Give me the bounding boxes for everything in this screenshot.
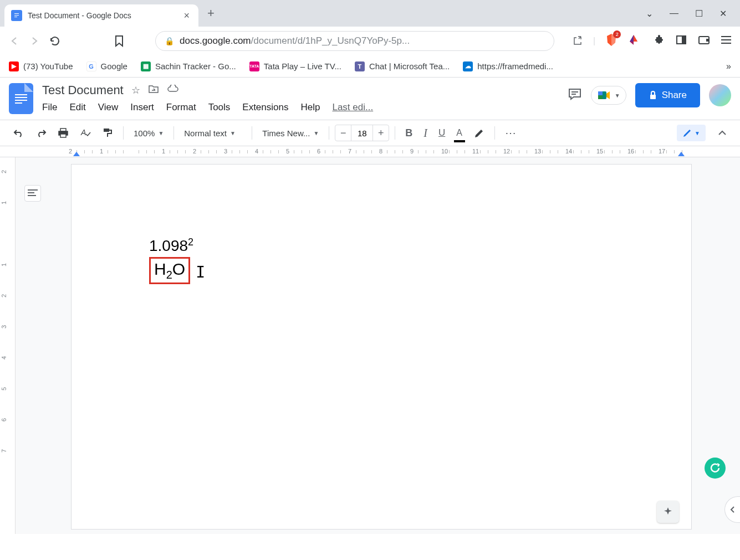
last-edit-link[interactable]: Last edi...	[332, 102, 373, 113]
svg-rect-3	[14, 17, 17, 17]
menu-help[interactable]: Help	[300, 102, 320, 113]
docs-toolbar: A 100%▼ Normal text▼ Times New...▼ − + B…	[0, 120, 740, 146]
browser-tab-bar: Test Document - Google Docs × + ⌄ — ☐ ✕	[0, 0, 740, 27]
svg-text:A: A	[80, 128, 86, 137]
cloud-status-icon[interactable]	[167, 85, 179, 96]
bookmark-icon[interactable]	[114, 35, 124, 47]
close-tab-icon[interactable]: ×	[181, 10, 192, 22]
document-canvas: 211234567 1.0982 H2O I	[0, 157, 740, 534]
comment-history-icon[interactable]	[568, 88, 582, 103]
svg-rect-14	[650, 95, 656, 99]
font-size-input[interactable]	[351, 125, 373, 141]
font-size-decrease[interactable]: −	[335, 125, 351, 141]
browser-tab[interactable]: Test Document - Google Docs ×	[4, 4, 198, 27]
tab-title: Test Document - Google Docs	[28, 11, 181, 20]
editing-mode-button[interactable]: ▼	[677, 125, 706, 141]
document-title[interactable]: Test Document	[42, 83, 124, 97]
move-folder-icon[interactable]	[148, 85, 159, 96]
text-color-button[interactable]: A	[452, 125, 467, 141]
font-size-increase[interactable]: +	[373, 125, 389, 141]
svg-rect-8	[721, 36, 731, 37]
font-family-select[interactable]: Times New...▼	[258, 126, 323, 140]
menu-icon[interactable]	[721, 35, 731, 47]
italic-button[interactable]: I	[419, 124, 432, 143]
zoom-select[interactable]: 100%▼	[129, 126, 168, 140]
font-size-control: − +	[335, 125, 389, 141]
url-text: docs.google.com/document/d/1hP_y_UsnQ7Yo…	[180, 35, 410, 47]
svg-rect-7	[706, 39, 709, 42]
content-line-1[interactable]: 1.0982	[149, 237, 614, 255]
brave-shield-icon[interactable]: 2	[605, 33, 617, 49]
bookmark-google[interactable]: GGoogle	[86, 61, 127, 71]
highlight-button[interactable]	[469, 124, 489, 142]
lock-icon: 🔒	[165, 37, 174, 45]
right-indent-marker[interactable]	[678, 152, 685, 156]
menu-extensions[interactable]: Extensions	[242, 102, 288, 113]
account-avatar[interactable]	[709, 84, 731, 106]
undo-button[interactable]	[9, 125, 29, 141]
menu-file[interactable]: File	[42, 102, 57, 113]
brave-rewards-icon[interactable]	[627, 34, 640, 48]
bookmark-sachin[interactable]: ▦Sachin Tracker - Go...	[141, 61, 236, 71]
content-line-2-highlighted[interactable]: H2O	[149, 257, 190, 284]
redo-button[interactable]	[31, 125, 51, 141]
menu-bar: File Edit View Insert Format Tools Exten…	[42, 102, 568, 113]
close-window-icon[interactable]: ✕	[719, 8, 727, 19]
docs-favicon	[11, 10, 22, 21]
url-input[interactable]: 🔒 docs.google.com/document/d/1hP_y_UsnQ7…	[155, 31, 554, 51]
svg-rect-9	[721, 39, 731, 40]
bookmarks-overflow[interactable]: »	[726, 61, 731, 71]
bookmarks-bar: ▶(73) YouTube GGoogle ▦Sachin Tracker - …	[0, 55, 740, 78]
bookmark-tata[interactable]: TATATata Play – Live TV...	[249, 61, 341, 71]
paragraph-style-select[interactable]: Normal text▼	[180, 126, 246, 140]
docs-logo-icon[interactable]	[9, 83, 33, 114]
bookmark-youtube[interactable]: ▶(73) YouTube	[9, 61, 73, 71]
bookmark-teams[interactable]: TChat | Microsoft Tea...	[355, 61, 450, 71]
menu-edit[interactable]: Edit	[69, 102, 85, 113]
svg-rect-22	[28, 195, 36, 196]
reload-icon[interactable]	[49, 35, 61, 47]
back-icon[interactable]	[9, 35, 20, 47]
left-indent-marker[interactable]	[73, 152, 80, 156]
collapse-toolbar-button[interactable]	[713, 127, 731, 139]
outline-toggle-button[interactable]	[24, 185, 41, 202]
chevron-down-icon[interactable]: ⌄	[646, 8, 653, 19]
explore-button[interactable]	[657, 501, 679, 523]
document-content[interactable]: 1.0982 H2O I	[149, 237, 614, 284]
lock-icon	[649, 90, 657, 100]
svg-rect-2	[14, 15, 19, 16]
grammarly-button[interactable]	[705, 458, 726, 479]
extensions-icon[interactable]	[654, 34, 665, 48]
minimize-icon[interactable]: —	[670, 8, 678, 19]
meet-button[interactable]: ▼	[591, 86, 626, 105]
svg-rect-5	[682, 36, 686, 44]
chevron-down-icon: ▼	[615, 93, 620, 99]
share-url-icon[interactable]	[572, 35, 583, 47]
svg-rect-1	[14, 13, 19, 14]
svg-rect-13	[598, 95, 603, 99]
underline-button[interactable]: U	[434, 124, 450, 142]
menu-tools[interactable]: Tools	[208, 102, 231, 113]
menu-view[interactable]: View	[98, 102, 119, 113]
maximize-icon[interactable]: ☐	[695, 8, 703, 19]
wallet-icon[interactable]	[698, 34, 710, 48]
more-options-button[interactable]: ⋯	[501, 123, 522, 143]
document-page[interactable]: 1.0982 H2O I	[71, 164, 692, 530]
menu-format[interactable]: Format	[166, 102, 196, 113]
spellcheck-button[interactable]: A	[75, 124, 95, 142]
menu-insert[interactable]: Insert	[130, 102, 154, 113]
bookmark-framed[interactable]: ☁https://framedmedi...	[463, 61, 553, 71]
vertical-ruler[interactable]: 211234567	[0, 157, 16, 534]
share-button[interactable]: Share	[635, 83, 700, 107]
bold-button[interactable]: B	[401, 124, 417, 142]
star-icon[interactable]: ☆	[131, 84, 140, 96]
address-bar: 🔒 docs.google.com/document/d/1hP_y_UsnQ7…	[0, 27, 740, 55]
svg-rect-17	[60, 134, 66, 137]
side-panel-toggle[interactable]	[724, 496, 740, 523]
horizontal-ruler[interactable]: 211234567891011121314151617	[0, 146, 740, 157]
new-tab-button[interactable]: +	[207, 6, 215, 20]
paint-format-button[interactable]	[98, 124, 118, 142]
sidebar-icon[interactable]	[676, 34, 687, 48]
forward-icon[interactable]	[29, 35, 40, 47]
print-button[interactable]	[53, 124, 73, 142]
